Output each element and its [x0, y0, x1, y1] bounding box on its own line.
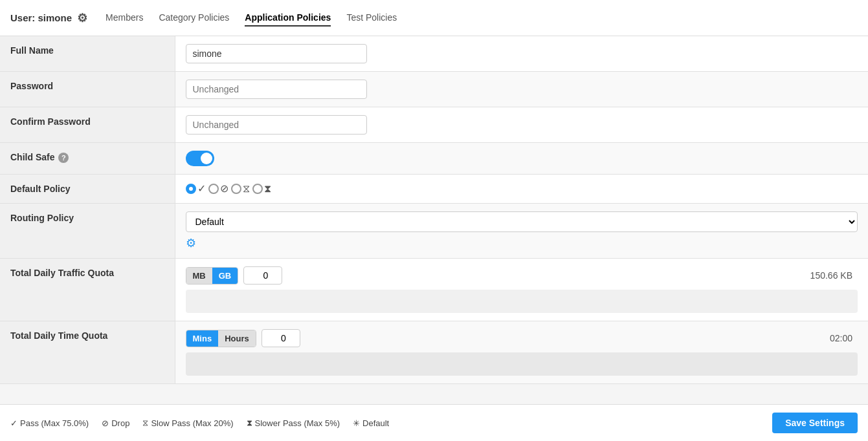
confirm-password-value-cell	[175, 107, 868, 143]
form-table: Full Name Password Confirm Password Chil…	[0, 36, 868, 384]
traffic-quota-row: Total Daily Traffic Quota MB GB 150.66 K…	[0, 259, 868, 321]
tab-category-policies[interactable]: Category Policies	[159, 10, 229, 27]
traffic-quota-input[interactable]	[243, 266, 282, 285]
traffic-quota-left: MB GB	[186, 266, 781, 285]
toggle-slider	[186, 151, 214, 166]
traffic-quota-current: 150.66 KB	[780, 270, 858, 281]
policy-option-slower-pass[interactable]: ⧗	[252, 183, 271, 195]
routing-settings-gear-icon[interactable]: ⚙	[186, 236, 196, 250]
header: User: simone ⚙ Members Category Policies…	[0, 0, 868, 36]
full-name-value-cell	[175, 36, 868, 72]
tab-application-policies[interactable]: Application Policies	[245, 10, 331, 27]
routing-policy-value-cell: Default ⚙	[175, 204, 868, 259]
policy-option-drop[interactable]: ⊘	[208, 182, 228, 195]
child-safe-help-icon[interactable]: ?	[58, 153, 69, 163]
policy-radio-pass	[186, 184, 196, 194]
default-policy-value-cell: ✓ ⊘ ⧖ ⧗	[175, 175, 868, 204]
pass-icon: ✓	[197, 182, 206, 195]
policy-radio-slow-pass	[231, 184, 241, 194]
time-quota-row: Total Daily Time Quota Mins Hours 02:00	[0, 321, 868, 384]
legend-default: ✳ Default	[353, 418, 389, 424]
footer: ✓ Pass (Max 75.0%) ⊘ Drop ⧖ Slow Pass (M…	[0, 404, 868, 423]
time-quota-left: Mins Hours	[186, 329, 781, 347]
routing-policy-label: Routing Policy	[0, 204, 175, 259]
routing-policy-row: Routing Policy Default ⚙	[0, 204, 868, 259]
routing-policy-select[interactable]: Default	[186, 211, 858, 232]
child-safe-row: Child Safe ?	[0, 143, 868, 175]
legend-drop: ⊘ Drop	[102, 418, 129, 424]
slower-pass-icon: ⧗	[264, 183, 271, 195]
full-name-row: Full Name	[0, 36, 868, 72]
time-quota-current: 02:00	[780, 333, 858, 343]
child-safe-toggle[interactable]	[186, 151, 214, 166]
policy-option-pass[interactable]: ✓	[186, 182, 206, 195]
confirm-password-input[interactable]	[186, 115, 367, 134]
traffic-quota-combined: MB GB 150.66 KB	[186, 266, 858, 285]
tab-members[interactable]: Members	[106, 10, 143, 27]
legend-slow-pass: ⧖ Slow Pass (Max 20%)	[142, 418, 233, 423]
policy-option-slow-pass[interactable]: ⧖	[231, 183, 250, 195]
time-quota-value-cell: Mins Hours 02:00	[175, 321, 868, 384]
user-name-text: User: simone	[10, 12, 72, 23]
traffic-unit-mb-button[interactable]: MB	[186, 268, 212, 284]
traffic-unit-btn-group: MB GB	[186, 267, 239, 285]
time-quota-input[interactable]	[262, 329, 300, 347]
password-input[interactable]	[186, 80, 367, 99]
full-name-input[interactable]	[186, 44, 367, 63]
time-unit-btn-group: Mins Hours	[186, 330, 256, 347]
time-unit-hours-button[interactable]: Hours	[218, 330, 256, 347]
gear-icon[interactable]: ⚙	[77, 11, 87, 25]
policy-radio-group: ✓ ⊘ ⧖ ⧗	[186, 182, 858, 195]
legend-slower-pass: ⧗ Slower Pass (Max 5%)	[247, 418, 340, 423]
child-safe-value-cell	[175, 143, 868, 175]
legend-slower-pass-icon: ⧗	[247, 418, 252, 423]
legend-default-icon: ✳	[353, 418, 360, 424]
save-settings-button[interactable]: Save Settings	[772, 413, 858, 423]
child-safe-label: Child Safe ?	[0, 143, 175, 175]
default-policy-label: Default Policy	[0, 175, 175, 204]
traffic-unit-gb-button[interactable]: GB	[212, 268, 238, 284]
confirm-password-label: Confirm Password	[0, 107, 175, 143]
password-value-cell	[175, 72, 868, 107]
time-unit-mins-button[interactable]: Mins	[186, 330, 219, 347]
legend-slow-pass-icon: ⧖	[142, 418, 148, 423]
time-quota-combined: Mins Hours 02:00	[186, 329, 858, 347]
legend-default-label: Default	[362, 418, 389, 424]
main-content: Full Name Password Confirm Password Chil…	[0, 36, 868, 384]
policy-radio-slower-pass	[252, 184, 263, 194]
drop-icon: ⊘	[220, 182, 228, 195]
time-quota-bar	[186, 352, 858, 376]
legend-drop-label: Drop	[111, 418, 129, 424]
traffic-quota-label: Total Daily Traffic Quota	[0, 259, 175, 321]
legend-slow-pass-label: Slow Pass (Max 20%)	[151, 418, 233, 424]
password-label: Password	[0, 72, 175, 107]
legend-pass: ✓ Pass (Max 75.0%)	[10, 418, 89, 424]
legend-pass-label: Pass (Max 75.0%)	[20, 418, 89, 424]
policy-radio-drop	[208, 184, 219, 194]
traffic-quota-bar	[186, 290, 858, 313]
slow-pass-icon: ⧖	[243, 183, 250, 195]
default-policy-row: Default Policy ✓ ⊘	[0, 175, 868, 204]
user-label: User: simone ⚙	[10, 11, 87, 25]
legend-slower-pass-label: Slower Pass (Max 5%)	[255, 418, 340, 424]
confirm-password-row: Confirm Password	[0, 107, 868, 143]
nav-tabs: Members Category Policies Application Po…	[106, 10, 397, 27]
legend-pass-icon: ✓	[10, 418, 17, 424]
traffic-quota-value-cell: MB GB 150.66 KB	[175, 259, 868, 321]
password-row: Password	[0, 72, 868, 107]
time-quota-label: Total Daily Time Quota	[0, 321, 175, 384]
legend-drop-icon: ⊘	[102, 418, 109, 424]
tab-test-policies[interactable]: Test Policies	[346, 10, 397, 27]
full-name-label: Full Name	[0, 36, 175, 72]
